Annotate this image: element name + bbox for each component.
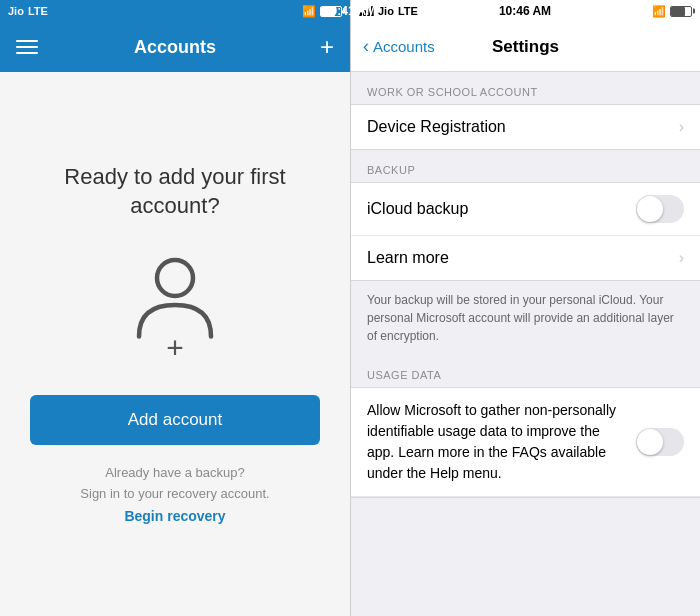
battery-icon xyxy=(320,6,342,17)
learn-more-row[interactable]: Learn more › xyxy=(351,236,700,280)
usage-section: USAGE DATA Allow Microsoft to gather non… xyxy=(351,355,700,498)
left-status-bar: Jio LTE 10:41 AM 📶 xyxy=(0,0,350,22)
learn-more-label: Learn more xyxy=(367,249,449,267)
add-account-button[interactable]: Add account xyxy=(30,395,320,445)
usage-data-toggle[interactable] xyxy=(636,428,684,456)
back-button[interactable]: ‹ Accounts xyxy=(363,36,435,57)
prompt-text: Ready to add your first account? xyxy=(20,163,330,220)
learn-more-chevron: › xyxy=(679,249,684,267)
left-network: LTE xyxy=(28,5,48,17)
wifi-icon: 📶 xyxy=(302,5,316,18)
usage-toggle-thumb xyxy=(637,429,663,455)
right-wifi-icon: 📶 xyxy=(652,5,666,18)
right-nav-bar: ‹ Accounts Settings xyxy=(351,22,700,72)
right-status-bar: Jio LTE 10:46 AM 📶 xyxy=(351,0,700,22)
begin-recovery-link[interactable]: Begin recovery xyxy=(124,508,225,524)
plus-badge-icon: + xyxy=(166,331,184,365)
chevron-left-icon: ‹ xyxy=(363,36,369,57)
backup-section-header: BACKUP xyxy=(351,150,700,182)
right-panel: Jio LTE 10:46 AM 📶 ‹ Accounts Settings W… xyxy=(350,0,700,616)
right-battery-icon xyxy=(670,6,692,17)
left-panel: Jio LTE 10:41 AM 📶 Accounts + Ready to a… xyxy=(0,0,350,616)
right-time: 10:46 AM xyxy=(499,4,551,18)
backup-section: BACKUP iCloud backup Learn more › Your b… xyxy=(351,150,700,355)
left-carrier: Jio xyxy=(8,5,24,17)
back-label: Accounts xyxy=(373,38,435,55)
usage-settings-group: Allow Microsoft to gather non-personally… xyxy=(351,387,700,498)
icloud-backup-toggle[interactable] xyxy=(636,195,684,223)
work-section: WORK OR SCHOOL ACCOUNT Device Registrati… xyxy=(351,72,700,150)
add-account-nav-icon[interactable]: + xyxy=(320,33,334,61)
usage-section-header: USAGE DATA xyxy=(351,355,700,387)
device-registration-chevron: › xyxy=(679,118,684,136)
usage-data-label: Allow Microsoft to gather non-personally… xyxy=(367,400,636,484)
backup-info-text: Your backup will be stored in your perso… xyxy=(351,281,700,355)
settings-content: WORK OR SCHOOL ACCOUNT Device Registrati… xyxy=(351,72,700,616)
right-network: LTE xyxy=(398,5,418,17)
recovery-line1: Already have a backup? xyxy=(80,465,269,480)
hamburger-icon[interactable] xyxy=(16,40,38,54)
right-status-right: 📶 xyxy=(652,5,692,18)
right-carrier: Jio xyxy=(378,5,394,17)
device-registration-row[interactable]: Device Registration › xyxy=(351,105,700,149)
usage-data-row[interactable]: Allow Microsoft to gather non-personally… xyxy=(351,388,700,497)
left-status-left: Jio LTE xyxy=(8,5,48,17)
work-section-header: WORK OR SCHOOL ACCOUNT xyxy=(351,72,700,104)
left-nav-title: Accounts xyxy=(134,37,216,58)
backup-settings-group: iCloud backup Learn more › xyxy=(351,182,700,281)
left-status-right: 📶 xyxy=(302,5,342,18)
svg-point-0 xyxy=(157,260,193,296)
user-avatar-icon xyxy=(130,251,220,341)
user-icon-container: + xyxy=(130,251,220,365)
right-nav-title: Settings xyxy=(492,37,559,57)
icloud-backup-row[interactable]: iCloud backup xyxy=(351,183,700,236)
work-settings-group: Device Registration › xyxy=(351,104,700,150)
toggle-thumb xyxy=(637,196,663,222)
recovery-line2: Sign in to your recovery account. xyxy=(80,486,269,501)
device-registration-label: Device Registration xyxy=(367,118,506,136)
left-content: Ready to add your first account? + Add a… xyxy=(0,72,350,616)
recovery-section: Already have a backup? Sign in to your r… xyxy=(80,465,269,525)
icloud-backup-label: iCloud backup xyxy=(367,200,468,218)
left-nav-bar: Accounts + xyxy=(0,22,350,72)
